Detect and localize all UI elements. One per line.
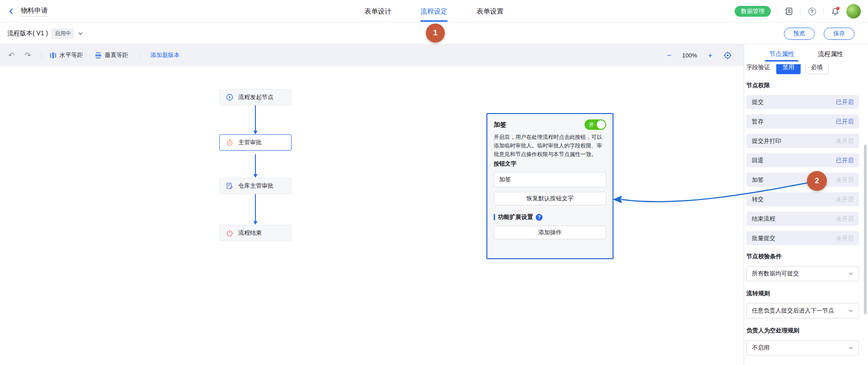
- horizontal-spacing-button[interactable]: 水平等距: [50, 51, 83, 59]
- canvas-toolbar: ↶ ↷ 水平等距 垂直等距 添加新版本 − 100% +: [0, 44, 744, 66]
- toggle-on-label: 开: [589, 121, 594, 128]
- notification-bell-icon[interactable]: [830, 6, 840, 16]
- zoom-in-icon[interactable]: +: [708, 52, 712, 59]
- permission-row-end-flow[interactable]: 结束流程 未开启: [746, 212, 859, 226]
- power-icon: [226, 229, 233, 237]
- status-text: 未开启: [836, 176, 854, 184]
- undo-icon[interactable]: ↶: [8, 52, 14, 59]
- flow-connectors: [0, 66, 744, 365]
- status-text: 未开启: [836, 234, 854, 242]
- button-text-label: 按钮文字: [494, 160, 606, 168]
- tab-node-properties[interactable]: 节点属性: [769, 44, 794, 64]
- tab-form-design[interactable]: 表单设计: [364, 0, 392, 23]
- top-bar: 物料申请 表单设计 流程设定 表单设置 数据管理 ?: [0, 0, 868, 23]
- validation-title: 节点校验条件: [746, 252, 859, 261]
- help-icon[interactable]: ?: [807, 6, 817, 16]
- status-text: 已开启: [836, 98, 854, 106]
- node-label: 流程发起节点: [238, 93, 274, 101]
- contact-book-icon[interactable]: [784, 6, 794, 16]
- notification-dot: [836, 7, 840, 10]
- chevron-down-icon: [848, 271, 854, 276]
- status-badge: 启用中: [52, 28, 74, 39]
- back-icon[interactable]: [7, 7, 15, 15]
- zoom-level: 100%: [682, 52, 697, 59]
- countersign-popup: 加签 开 开启后，用户在处理流程时点击此按钮，可以添加临时审批人。临时审批人的字…: [486, 113, 613, 259]
- node-label: 流程结束: [238, 229, 262, 237]
- status-text: 未开启: [836, 195, 854, 204]
- properties-tabs: 节点属性 流程属性: [744, 44, 868, 64]
- flow-rule-dropdown[interactable]: 任意负责人提交后进入下一节点: [746, 303, 859, 318]
- preview-button[interactable]: 预览: [784, 28, 815, 40]
- permission-row-transfer[interactable]: 转交 未开启: [746, 192, 859, 206]
- horizontal-spacing-label: 水平等距: [60, 51, 83, 59]
- annotation-step-2: 2: [807, 171, 827, 191]
- chevron-down-icon[interactable]: [78, 31, 83, 36]
- status-text: 已开启: [836, 156, 854, 165]
- document-edit-icon: [226, 182, 233, 190]
- tab-flow-setting[interactable]: 流程设定: [420, 0, 448, 23]
- fit-view-icon[interactable]: [723, 51, 732, 60]
- node-label: 主管审批: [238, 138, 262, 147]
- tab-form-config[interactable]: 表单设置: [476, 0, 504, 23]
- vertical-spacing-button[interactable]: 垂直等距: [95, 51, 128, 59]
- node-end[interactable]: 流程结束: [219, 225, 292, 241]
- node-start[interactable]: 流程发起节点: [219, 89, 292, 105]
- zoom-out-icon[interactable]: −: [667, 52, 671, 59]
- node-manager-approval[interactable]: 主管审批: [219, 134, 292, 151]
- button-text-input[interactable]: 加签: [494, 172, 606, 187]
- main-tabs: 表单设计 流程设定 表单设置: [350, 0, 518, 23]
- popup-description: 开启后，用户在处理流程时点击此按钮，可以添加临时审批人。临时审批人的字段权限、审…: [494, 133, 606, 159]
- flow-rule-title: 流转规则: [746, 289, 859, 298]
- divider: [800, 8, 801, 14]
- disable-option-button[interactable]: 禁用: [776, 64, 801, 74]
- flow-canvas[interactable]: 流程发起节点 主管审批 仓库主管审批 流程结束: [0, 66, 744, 365]
- timer-icon: [226, 139, 233, 146]
- version-label: 流程版本( V1 ): [7, 29, 48, 38]
- validation-dropdown[interactable]: 所有数据均可提交: [746, 266, 859, 281]
- vertical-spacing-label: 垂直等距: [105, 51, 128, 59]
- data-manage-button[interactable]: 数据管理: [735, 6, 771, 17]
- chevron-down-icon: [848, 308, 854, 313]
- permission-row-submit-print[interactable]: 提交并打印 未开启: [746, 134, 859, 148]
- permission-row-countersign[interactable]: 加签 未开启: [746, 173, 859, 187]
- section-accent-bar: [494, 214, 495, 220]
- countersign-toggle[interactable]: 开: [585, 119, 606, 130]
- annotation-step-1: 1: [426, 24, 445, 43]
- clipped-field-row: 字段验证 禁用 必填: [746, 64, 859, 74]
- horizontal-spacing-icon: [50, 52, 57, 59]
- node-label: 仓库主管审批: [238, 182, 274, 190]
- status-text: 未开启: [836, 137, 854, 145]
- extension-settings-title: 功能扩展设置: [498, 213, 533, 221]
- redo-icon[interactable]: ↷: [24, 52, 31, 59]
- properties-panel: 节点属性 流程属性 字段验证 禁用 必填 节点权限 提交 已开启 暂存 已开启 …: [744, 44, 868, 365]
- add-action-button[interactable]: 添加操作: [494, 226, 606, 239]
- permission-row-batch-submit[interactable]: 批量提交 未开启: [746, 231, 859, 245]
- add-version-link[interactable]: 添加新版本: [151, 51, 180, 59]
- popup-title: 加签: [494, 121, 506, 129]
- divider: [823, 8, 824, 14]
- empty-owner-dropdown[interactable]: 不启用: [746, 340, 859, 356]
- page-title: 物料申请: [21, 6, 48, 17]
- tab-flow-properties[interactable]: 流程属性: [818, 44, 843, 64]
- avatar[interactable]: [846, 4, 861, 19]
- save-button[interactable]: 保存: [824, 28, 854, 40]
- divider: [140, 52, 141, 59]
- chevron-down-icon: [848, 345, 854, 351]
- toggle-knob: [597, 120, 605, 129]
- question-circle-icon[interactable]: ?: [536, 214, 542, 221]
- required-option-button[interactable]: 必填: [805, 64, 829, 74]
- divider: [41, 52, 42, 59]
- restore-default-button[interactable]: 恢复默认按钮文字: [494, 192, 606, 205]
- status-text: 未开启: [836, 215, 854, 223]
- field-validation-label: 字段验证: [746, 64, 770, 71]
- permission-row-rollback[interactable]: 回退 已开启: [746, 153, 859, 167]
- status-text: 已开启: [836, 118, 854, 126]
- vertical-spacing-icon: [95, 52, 102, 59]
- empty-owner-title: 负责人为空处理规则: [746, 327, 859, 335]
- permission-row-save-draft[interactable]: 暂存 已开启: [746, 114, 859, 128]
- node-permission-title: 节点权限: [746, 81, 859, 90]
- node-warehouse-approval[interactable]: 仓库主管审批: [219, 178, 292, 194]
- divider: [777, 8, 778, 14]
- permission-row-submit[interactable]: 提交 已开启: [746, 95, 859, 109]
- sidebar-scrollbar[interactable]: [864, 145, 867, 314]
